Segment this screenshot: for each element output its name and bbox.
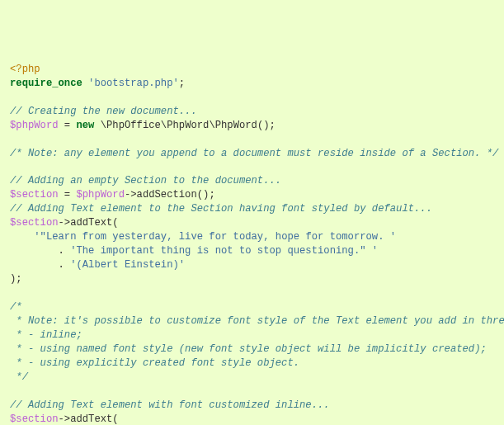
var-section: $section (10, 413, 59, 425)
str-learn: '"Learn from yesterday, live for today, … (34, 231, 396, 243)
var-section: $section (10, 189, 59, 201)
str-important: 'The important thing is not to stop ques… (70, 245, 378, 257)
comment-note-section: /* Note: any element you append to a doc… (10, 148, 498, 159)
op-concat: . (10, 245, 70, 257)
comment-block-close: */ (10, 371, 28, 383)
op-concat: . (10, 259, 70, 271)
semi: ; (179, 78, 185, 89)
comment-block-named: * - using named font style (new font sty… (10, 343, 487, 355)
comment-text-default: // Adding Text element to the Section ha… (10, 203, 432, 215)
close-paren: ); (10, 273, 22, 285)
comment-block-explicit: * - using explicitly created font style … (10, 357, 299, 369)
call-addtext: ->addText( (59, 217, 119, 229)
str-einstein: '(Albert Einstein)' (70, 259, 185, 271)
var-phpword: $phpWord (76, 189, 125, 201)
str-bootstrap: 'bootstrap.php' (88, 78, 179, 89)
call-addtext: ->addText( (59, 413, 119, 425)
php-open-tag: <?php (10, 64, 40, 75)
class-phpword: \PhpOffice\PhpWord\PhpWord(); (94, 120, 275, 131)
comment-block-note: * Note: it's possible to customize font … (10, 315, 504, 327)
kw-new: new (76, 120, 94, 131)
comment-block-open: /* (10, 301, 22, 313)
call-addsection: ->addSection(); (125, 189, 215, 201)
var-phpword: $phpWord (10, 120, 59, 131)
comment-block-inline: * - inline; (10, 329, 82, 341)
code-block: <?php require_once 'bootstrap.php'; // C… (10, 63, 494, 425)
comment-creating: // Creating the new document... (10, 106, 197, 117)
comment-inline-font: // Adding Text element with font customi… (10, 399, 330, 411)
kw-require-once: require_once (10, 78, 82, 89)
op-eq: = (59, 120, 77, 131)
comment-empty-section: // Adding an empty Section to the docume… (10, 175, 281, 187)
var-section: $section (10, 217, 59, 229)
op-eq: = (59, 189, 77, 201)
